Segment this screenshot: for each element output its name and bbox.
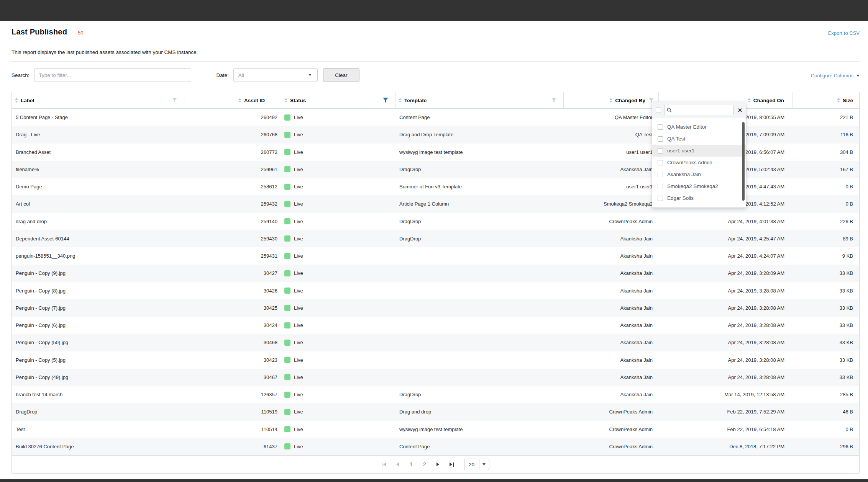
status-text: Live bbox=[294, 167, 303, 172]
status-text: Live bbox=[294, 374, 303, 380]
clear-button[interactable]: Clear bbox=[323, 68, 359, 82]
table-row[interactable]: Dependent Asset-60144 259430 Live DragDr… bbox=[12, 230, 859, 247]
next-page-button[interactable] bbox=[436, 462, 439, 466]
table-row[interactable]: Penguin - Copy (6).jpg 30424 Live Akanks… bbox=[12, 317, 859, 334]
status-text: Live bbox=[294, 340, 303, 345]
changed-by-filter-options: QA Master Editor QA Test user1 user1 Cro… bbox=[652, 118, 746, 208]
table-row[interactable]: DragDrop 110519 Live Drag and drop Crown… bbox=[12, 403, 859, 420]
last-page-button[interactable] bbox=[450, 462, 454, 467]
column-header-size[interactable]: Size bbox=[793, 92, 859, 108]
table-row[interactable]: penguin-158551__340.png 259431 Live Akan… bbox=[12, 247, 859, 265]
divider bbox=[11, 61, 860, 62]
filter-option-checkbox[interactable] bbox=[658, 160, 663, 165]
filter-option-checkbox[interactable] bbox=[658, 184, 663, 189]
filter-option[interactable]: QA Master Editor bbox=[652, 121, 746, 133]
changed-by-filter-search-input[interactable] bbox=[673, 107, 731, 113]
status-live-indicator bbox=[284, 357, 290, 363]
sort-icon bbox=[837, 98, 840, 103]
status-live-indicator bbox=[284, 340, 290, 346]
table-row[interactable]: Penguin - Copy (7).jpg 30425 Live Akanks… bbox=[12, 299, 859, 317]
filter-option[interactable]: Akanksha Jain bbox=[652, 168, 746, 180]
status-live-indicator bbox=[284, 270, 290, 276]
table-row[interactable]: branch test 14 march 126357 Live DragDro… bbox=[12, 386, 859, 403]
top-bar bbox=[0, 0, 868, 21]
filter-option-checkbox[interactable] bbox=[658, 172, 663, 177]
filter-funnel-icon[interactable] bbox=[172, 98, 177, 103]
filter-option[interactable]: user1 user1 bbox=[652, 145, 746, 157]
status-live-indicator bbox=[284, 114, 290, 121]
column-header-label[interactable]: Label bbox=[12, 92, 184, 108]
column-header-changed-by[interactable]: Changed By bbox=[564, 92, 659, 108]
status-text: Live bbox=[294, 149, 303, 155]
status-text: Live bbox=[294, 219, 303, 224]
sort-icon bbox=[238, 98, 241, 103]
status-text: Live bbox=[294, 322, 303, 328]
status-live-indicator bbox=[284, 305, 290, 311]
status-text: Live bbox=[294, 409, 303, 415]
previous-page-button[interactable] bbox=[396, 462, 399, 466]
status-text: Live bbox=[294, 201, 303, 207]
filter-option-checkbox[interactable] bbox=[658, 148, 663, 154]
filter-option-checkbox[interactable] bbox=[658, 136, 663, 142]
search-icon bbox=[667, 108, 672, 113]
page-number-current[interactable]: 1 bbox=[409, 461, 412, 467]
column-header-template[interactable]: Template bbox=[395, 92, 564, 108]
status-text: Live bbox=[294, 132, 303, 137]
status-text: Live bbox=[294, 253, 303, 259]
status-live-indicator bbox=[284, 253, 290, 259]
page-number-link[interactable]: 2 bbox=[423, 461, 426, 467]
status-live-indicator bbox=[284, 201, 290, 207]
table-row[interactable]: Penguin - Copy (8).jpg 30426 Live Akanks… bbox=[12, 282, 859, 299]
page-description: This report displays the last published … bbox=[11, 49, 198, 55]
changed-by-filter-search[interactable] bbox=[664, 105, 733, 115]
status-text: Live bbox=[294, 426, 303, 432]
configure-columns-link[interactable]: Configure Columns bbox=[811, 73, 860, 78]
status-live-indicator bbox=[284, 288, 290, 294]
status-live-indicator bbox=[284, 218, 290, 224]
scrollbar-thumb[interactable] bbox=[742, 122, 745, 201]
status-live-indicator bbox=[284, 166, 290, 172]
select-all-checkbox[interactable] bbox=[656, 108, 661, 113]
filter-option-checkbox[interactable] bbox=[658, 124, 663, 130]
pagination-bar: 1 2 20 bbox=[12, 455, 859, 473]
status-text: Live bbox=[294, 288, 303, 294]
status-live-indicator bbox=[284, 149, 290, 155]
status-live-indicator bbox=[284, 184, 290, 190]
filter-funnel-icon[interactable] bbox=[551, 98, 556, 103]
table-row[interactable]: Penguin - Copy (50).jpg 30468 Live Akank… bbox=[12, 334, 859, 351]
filter-option-checkbox[interactable] bbox=[658, 196, 663, 201]
status-live-indicator bbox=[284, 443, 290, 449]
panel-right-border bbox=[865, 21, 865, 479]
sort-icon bbox=[15, 98, 18, 103]
table-row[interactable]: Build 30276 Content Page 61437 Live Cont… bbox=[12, 438, 859, 455]
status-live-indicator bbox=[284, 374, 290, 380]
export-to-csv-link[interactable]: Export to CSV bbox=[828, 30, 860, 36]
first-page-button[interactable] bbox=[382, 462, 386, 467]
table-row[interactable]: drag and drop 259140 Live DragDrop Crown… bbox=[12, 213, 859, 230]
table-row[interactable]: Test 110514 Live wysiwyg image test temp… bbox=[12, 421, 859, 438]
search-label: Search: bbox=[11, 72, 30, 78]
status-live-indicator bbox=[284, 132, 290, 138]
filter-option[interactable]: CrownPeaks Admin bbox=[652, 157, 746, 168]
changed-by-filter-dropdown: QA Master Editor QA Test user1 user1 Cro… bbox=[652, 102, 746, 208]
table-row[interactable]: Penguin - Copy (5).jpg 30423 Live Akanks… bbox=[12, 351, 859, 369]
close-icon[interactable] bbox=[737, 108, 742, 113]
chevron-down-icon bbox=[857, 75, 860, 77]
filter-option[interactable]: Edgar Solis bbox=[652, 192, 746, 204]
filter-option[interactable]: QA Test bbox=[652, 133, 746, 145]
filter-funnel-icon-active[interactable] bbox=[383, 98, 388, 103]
search-input[interactable] bbox=[34, 68, 191, 82]
page-size-select[interactable]: 20 bbox=[464, 459, 489, 470]
panel-left-border bbox=[3, 21, 3, 479]
chevron-down-icon bbox=[308, 74, 312, 76]
column-header-asset-id[interactable]: Asset ID bbox=[184, 92, 281, 108]
status-text: Live bbox=[294, 357, 303, 363]
filter-option[interactable]: Smokeqa2 Smokeqa2 bbox=[652, 180, 746, 192]
column-header-status[interactable]: Status bbox=[281, 92, 395, 108]
status-text: Live bbox=[294, 236, 303, 242]
date-select[interactable]: All bbox=[233, 68, 318, 82]
sort-icon bbox=[284, 98, 287, 103]
table-row[interactable]: Penguin - Copy (49).jpg 30467 Live Akank… bbox=[12, 369, 859, 386]
table-row[interactable]: Penguin - Copy (9).jpg 30427 Live Akanks… bbox=[12, 265, 859, 282]
status-text: Live bbox=[294, 392, 303, 397]
